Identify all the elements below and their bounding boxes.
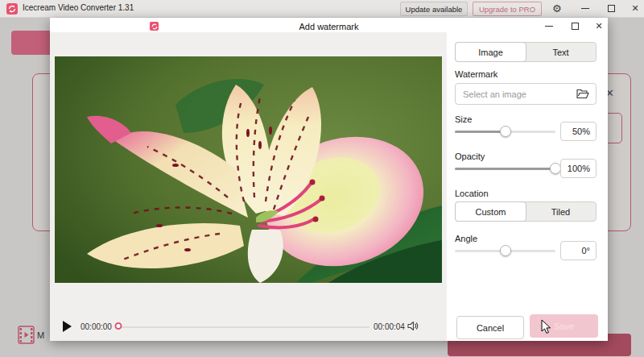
location-options: Custom Tiled <box>455 201 597 222</box>
os-title-bar: Icecream Video Converter 1.31 Update ava… <box>0 0 644 18</box>
seek-bar[interactable] <box>118 326 369 328</box>
dialog-title: Add watermark <box>50 22 608 31</box>
current-time: 00:00:00 <box>80 322 112 331</box>
angle-label: Angle <box>455 234 477 243</box>
watermark-image-input[interactable]: Select an image <box>455 83 597 105</box>
size-value[interactable]: 50% <box>560 122 597 141</box>
volume-icon[interactable] <box>407 320 419 334</box>
tab-text[interactable]: Text <box>526 43 596 61</box>
angle-slider-thumb[interactable] <box>500 245 511 256</box>
watermark-label: Watermark <box>455 69 497 79</box>
opacity-slider-thumb[interactable] <box>550 163 561 174</box>
size-slider-fill <box>455 131 506 133</box>
location-tiled-button[interactable]: Tiled <box>526 202 596 221</box>
save-button-disabled[interactable]: Save <box>530 314 598 338</box>
location-label: Location <box>455 189 489 198</box>
play-button[interactable] <box>63 321 72 332</box>
dialog-minimize-button[interactable] <box>539 19 559 32</box>
size-label: Size <box>455 114 472 124</box>
opacity-label: Opacity <box>455 152 485 161</box>
window-close-button[interactable]: ✕ <box>625 0 644 17</box>
video-frame-flower <box>55 56 442 283</box>
settings-gear-icon[interactable]: ⚙ <box>552 2 562 16</box>
angle-slider[interactable] <box>455 250 555 252</box>
merge-label-partial: M <box>37 330 44 340</box>
opacity-slider[interactable] <box>455 168 555 170</box>
dialog-close-button[interactable]: ✕ <box>589 19 609 32</box>
location-custom-button[interactable]: Custom <box>455 201 526 222</box>
cancel-button[interactable]: Cancel <box>456 316 524 339</box>
update-available-button[interactable]: Update available <box>400 2 468 16</box>
window-title: Icecream Video Converter 1.31 <box>23 3 134 12</box>
opacity-value[interactable]: 100% <box>560 159 597 178</box>
upgrade-to-pro-button[interactable]: Upgrade to PRO <box>473 2 542 16</box>
tab-image[interactable]: Image <box>455 42 526 62</box>
duration-time: 00:00:04 <box>374 322 405 331</box>
app-logo-icon <box>6 3 18 15</box>
size-slider[interactable] <box>455 131 555 133</box>
seek-thumb[interactable] <box>115 322 122 330</box>
film-strip-icon <box>18 326 35 347</box>
dialog-maximize-button[interactable] <box>565 19 584 32</box>
browse-folder-icon[interactable] <box>576 89 596 99</box>
video-preview-pane: 00:00:00 00:00:04 <box>50 32 447 341</box>
add-watermark-dialog: Add watermark ✕ <box>50 18 608 341</box>
window-minimize-button[interactable] <box>575 0 596 17</box>
opacity-slider-fill <box>455 168 555 170</box>
angle-value[interactable]: 0° <box>560 241 597 260</box>
watermark-type-tabs: Image Text <box>455 42 597 62</box>
mouse-cursor <box>541 319 552 338</box>
window-maximize-button[interactable] <box>601 0 621 17</box>
watermark-placeholder: Select an image <box>456 89 576 99</box>
size-slider-thumb[interactable] <box>500 126 511 137</box>
